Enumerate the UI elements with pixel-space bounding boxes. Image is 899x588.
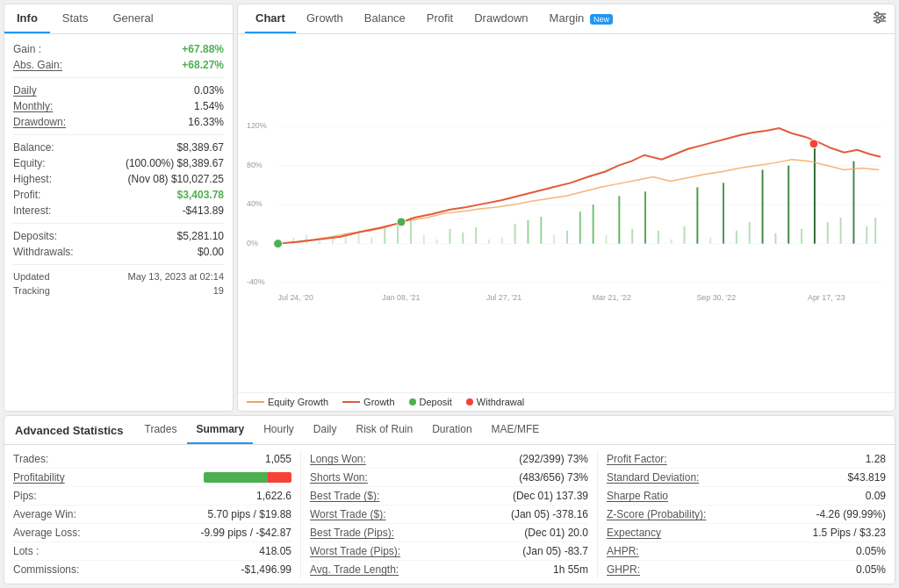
- legend-equity-growth: Equity Growth: [247, 397, 328, 407]
- tab-stats[interactable]: Stats: [50, 4, 101, 33]
- stat-longs-won-value: (292/399) 73%: [519, 453, 588, 465]
- svg-rect-57: [814, 144, 816, 244]
- stat-profit-factor: Profit Factor: 1.28: [607, 450, 886, 469]
- stat-shorts-won-label: Shorts Won:: [310, 471, 368, 484]
- svg-text:Jul 24, '20: Jul 24, '20: [278, 293, 313, 302]
- stat-commissions-label: Commissions:: [13, 563, 79, 576]
- profit-label: Profit:: [13, 189, 40, 201]
- tab-general[interactable]: General: [100, 4, 165, 33]
- stat-expectancy: Expectancy 1.5 Pips / $3.23: [607, 524, 886, 542]
- stat-longs-won: Longs Won: (292/399) 73%: [310, 450, 588, 469]
- deposits-label: Deposits:: [13, 230, 57, 242]
- stat-std-deviation-value: $43.819: [848, 471, 886, 484]
- stat-longs-won-label: Longs Won:: [310, 453, 366, 465]
- legend-deposit: Deposit: [409, 397, 452, 407]
- svg-rect-41: [606, 235, 608, 244]
- svg-text:80%: 80%: [247, 161, 263, 169]
- stat-best-trade-dollar: Best Trade ($): (Dec 01) 137.39: [310, 487, 588, 506]
- stat-best-trade-dollar-value: (Dec 01) 137.39: [513, 490, 588, 502]
- gain-value: +67.88%: [182, 43, 224, 55]
- stat-ahpr: AHPR: 0.05%: [607, 542, 886, 561]
- stat-lots-value: 418.05: [259, 545, 291, 557]
- svg-point-5: [876, 19, 880, 23]
- stat-zscore-value: -4.26 (99.99%): [816, 508, 886, 520]
- svg-point-63: [274, 240, 283, 248]
- stat-profit-factor-value: 1.28: [866, 453, 886, 465]
- stat-ghpr: GHPR: 0.05%: [607, 561, 886, 578]
- adv-tabs: Advanced Statistics Trades Summary Hourl…: [4, 416, 895, 445]
- stat-zscore-label: Z-Score (Probability):: [607, 508, 706, 520]
- svg-point-64: [397, 218, 406, 226]
- stat-sharpe: Sharpe Ratio 0.09: [607, 487, 886, 506]
- profit-value: $3,403.78: [177, 189, 224, 201]
- abs-gain-value: +68.27%: [182, 59, 224, 71]
- highest-row: Highest: (Nov 08) $10,027.25: [13, 171, 224, 187]
- stat-avg-loss-label: Average Loss:: [13, 527, 81, 539]
- svg-rect-26: [410, 218, 412, 244]
- svg-rect-27: [423, 235, 425, 244]
- profit-bar-green: [204, 472, 268, 483]
- deposits-value: $5,281.10: [177, 230, 224, 242]
- adv-tab-hourly[interactable]: Hourly: [255, 416, 303, 444]
- stat-pips-value: 1,622.6: [256, 490, 291, 502]
- daily-value: 0.03%: [194, 84, 224, 97]
- svg-rect-60: [852, 161, 854, 244]
- svg-rect-28: [436, 240, 438, 244]
- monthly-row: Monthly: 1.54%: [13, 98, 224, 114]
- deposit-dot: [409, 398, 416, 405]
- adv-tab-trades[interactable]: Trades: [136, 416, 186, 444]
- svg-text:-40%: -40%: [247, 277, 265, 286]
- adv-tab-duration[interactable]: Duration: [423, 416, 480, 444]
- stat-worst-trade-pips-value: (Jan 05) -83.7: [522, 545, 588, 557]
- settings-icon[interactable]: [872, 10, 888, 29]
- growth-line: [342, 401, 360, 403]
- stat-best-trade-pips: Best Trade (Pips): (Dec 01) 20.0: [310, 524, 588, 542]
- svg-rect-37: [553, 235, 555, 244]
- stats-col-2: Longs Won: (292/399) 73% Shorts Won: (48…: [301, 450, 598, 578]
- drawdown-label: Drawdown:: [13, 116, 66, 128]
- stat-avg-win-label: Average Win:: [13, 508, 76, 520]
- drawdown-value: 16.33%: [188, 116, 224, 128]
- svg-text:0%: 0%: [247, 239, 258, 247]
- stat-shorts-won-value: (483/656) 73%: [519, 471, 588, 484]
- bottom-section: Advanced Statistics Trades Summary Hourl…: [4, 415, 895, 584]
- profitability-bar: [204, 472, 291, 483]
- svg-rect-52: [749, 222, 751, 244]
- deposits-row: Deposits: $5,281.10: [13, 228, 224, 244]
- chart-tab-growth[interactable]: Growth: [296, 4, 354, 33]
- stat-avg-win-value: 5.70 pips / $19.88: [208, 508, 291, 520]
- svg-rect-51: [736, 231, 737, 244]
- chart-tab-chart[interactable]: Chart: [245, 4, 296, 33]
- stat-sharpe-label: Sharpe Ratio: [607, 490, 668, 502]
- stat-zscore: Z-Score (Probability): -4.26 (99.99%): [607, 506, 886, 524]
- stat-avg-trade-length: Avg. Trade Length: 1h 55m: [310, 561, 588, 578]
- svg-rect-46: [671, 240, 672, 244]
- stat-worst-trade-dollar-label: Worst Trade ($):: [310, 508, 385, 520]
- new-badge: New: [590, 14, 613, 25]
- stat-profitability-label: Profitability: [13, 471, 65, 484]
- svg-rect-24: [384, 226, 385, 244]
- adv-tab-daily[interactable]: Daily: [305, 416, 346, 444]
- chart-tab-profit[interactable]: Profit: [416, 4, 464, 33]
- chart-tab-margin[interactable]: Margin New: [539, 4, 623, 33]
- withdrawals-label: Withdrawals:: [13, 246, 74, 258]
- chart-tab-drawdown[interactable]: Drawdown: [464, 4, 538, 33]
- adv-tab-risk[interactable]: Risk of Ruin: [348, 416, 422, 444]
- svg-rect-47: [684, 226, 686, 244]
- tab-info[interactable]: Info: [4, 4, 50, 33]
- chart-area: 120% 80% 40% 0% -40%: [238, 34, 895, 392]
- svg-text:Apr 17, '23: Apr 17, '23: [808, 293, 845, 302]
- chart-tab-balance[interactable]: Balance: [354, 4, 416, 33]
- svg-rect-30: [462, 233, 464, 244]
- stat-best-trade-dollar-label: Best Trade ($):: [310, 490, 379, 502]
- growth-label: Growth: [363, 397, 394, 407]
- tracking-value: 19: [213, 285, 224, 296]
- stat-expectancy-value: 1.5 Pips / $3.23: [813, 527, 886, 539]
- chart-svg: 120% 80% 40% 0% -40%: [245, 41, 888, 385]
- adv-tab-maemfe[interactable]: MAE/MFE: [483, 416, 549, 444]
- adv-tab-summary[interactable]: Summary: [187, 416, 253, 444]
- stats-col-3: Profit Factor: 1.28 Standard Deviation: …: [598, 450, 895, 578]
- svg-rect-59: [840, 218, 842, 244]
- daily-label: Daily: [13, 84, 37, 97]
- svg-rect-50: [723, 183, 724, 243]
